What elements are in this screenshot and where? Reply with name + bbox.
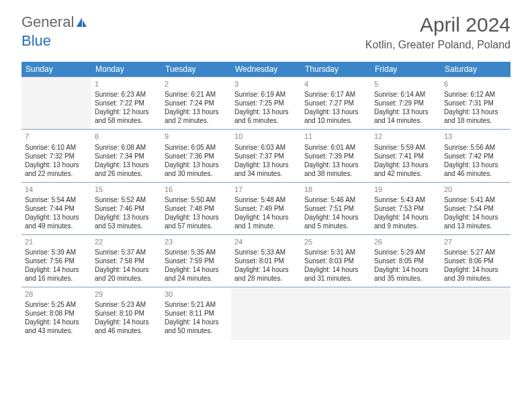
daylight-text: Daylight: 13 hours (304, 107, 367, 116)
day-number: 20 (444, 185, 507, 194)
sunset-text: Sunset: 7:36 PM (165, 152, 228, 161)
daylight-text: Daylight: 13 hours (234, 107, 298, 116)
daylight-text: Daylight: 14 hours (374, 213, 437, 222)
day-cell: 13Sunrise: 5:56 AMSunset: 7:42 PMDayligh… (441, 130, 511, 182)
day-number: 11 (304, 132, 367, 141)
sunset-text: Sunset: 7:31 PM (444, 99, 507, 107)
day-cell: 6Sunrise: 6:12 AMSunset: 7:31 PMDaylight… (441, 77, 511, 130)
sunset-text: Sunset: 8:11 PM (165, 309, 228, 318)
daylight-text: Daylight: 13 hours (444, 161, 507, 169)
day-number: 28 (25, 289, 88, 299)
day-number: 17 (234, 185, 298, 194)
sunset-text: Sunset: 7:59 PM (165, 257, 228, 265)
sunset-text: Sunset: 7:53 PM (374, 204, 437, 213)
daylight-text: Daylight: 14 hours (444, 213, 507, 222)
day-cell: 27Sunrise: 5:27 AMSunset: 8:06 PMDayligh… (441, 234, 511, 287)
day-number: 26 (374, 237, 437, 246)
sunset-text: Sunset: 8:01 PM (234, 257, 298, 265)
day-number: 15 (95, 185, 158, 194)
day-number: 10 (234, 132, 298, 141)
sunset-text: Sunset: 8:03 PM (304, 257, 367, 265)
sunrise-text: Sunrise: 5:23 AM (95, 300, 158, 309)
header-wednesday: Wednesday (231, 62, 301, 77)
day-cell: 21Sunrise: 5:39 AMSunset: 7:56 PMDayligh… (21, 234, 91, 287)
day-cell: 12Sunrise: 5:59 AMSunset: 7:41 PMDayligh… (371, 130, 441, 182)
day-header-row: Sunday Monday Tuesday Wednesday Thursday… (21, 62, 511, 77)
day-number: 27 (444, 237, 507, 246)
daylight-text: and 5 minutes. (304, 222, 367, 230)
sunset-text: Sunset: 7:49 PM (234, 204, 298, 213)
daylight-text: and 53 minutes. (95, 222, 158, 230)
day-cell: 30Sunrise: 5:21 AMSunset: 8:11 PMDayligh… (161, 287, 231, 340)
daylight-text: and 13 minutes. (444, 222, 507, 230)
daylight-text: and 46 minutes. (95, 326, 158, 335)
sunset-text: Sunset: 8:10 PM (95, 309, 158, 318)
day-number: 21 (25, 237, 88, 246)
daylight-text: Daylight: 14 hours (234, 265, 298, 274)
daylight-text: Daylight: 13 hours (25, 161, 88, 169)
day-cell: 20Sunrise: 5:41 AMSunset: 7:54 PMDayligh… (441, 182, 511, 234)
daylight-text: and 46 minutes. (444, 169, 507, 178)
daylight-text: Daylight: 13 hours (304, 161, 367, 169)
week-row: 21Sunrise: 5:39 AMSunset: 7:56 PMDayligh… (21, 234, 511, 287)
title-block: April 2024 Kotlin, Greater Poland, Polan… (365, 13, 511, 51)
sunset-text: Sunset: 7:56 PM (25, 257, 88, 265)
day-cell: 8Sunrise: 6:08 AMSunset: 7:34 PMDaylight… (91, 130, 161, 182)
day-number: 6 (444, 79, 507, 89)
sunrise-text: Sunrise: 5:39 AM (25, 248, 88, 257)
sunset-text: Sunset: 7:29 PM (374, 99, 437, 107)
day-cell: 10Sunrise: 6:03 AMSunset: 7:37 PMDayligh… (231, 130, 301, 182)
daylight-text: Daylight: 13 hours (25, 213, 88, 222)
sunset-text: Sunset: 7:22 PM (95, 99, 158, 107)
daylight-text: Daylight: 14 hours (25, 318, 88, 326)
sunrise-text: Sunrise: 5:50 AM (165, 195, 228, 204)
daylight-text: Daylight: 13 hours (165, 213, 228, 222)
daylight-text: Daylight: 12 hours (95, 107, 158, 116)
day-cell (301, 287, 371, 340)
day-cell: 11Sunrise: 6:01 AMSunset: 7:39 PMDayligh… (301, 130, 371, 182)
sunset-text: Sunset: 7:46 PM (95, 204, 158, 213)
daylight-text: Daylight: 13 hours (444, 107, 507, 116)
sunrise-text: Sunrise: 5:21 AM (165, 300, 228, 309)
day-number: 8 (95, 132, 158, 141)
day-number: 14 (25, 185, 88, 194)
daylight-text: Daylight: 14 hours (165, 318, 228, 326)
day-number: 3 (234, 79, 298, 89)
sunset-text: Sunset: 7:27 PM (304, 99, 367, 107)
sunset-text: Sunset: 7:58 PM (95, 257, 158, 265)
sunrise-text: Sunrise: 5:35 AM (165, 248, 228, 257)
week-row: 28Sunrise: 5:25 AMSunset: 8:08 PMDayligh… (21, 287, 511, 340)
logo-text-general: General (21, 13, 74, 31)
day-cell: 17Sunrise: 5:48 AMSunset: 7:49 PMDayligh… (231, 182, 301, 234)
sunset-text: Sunset: 7:54 PM (444, 204, 507, 213)
day-cell (441, 287, 511, 340)
sunset-text: Sunset: 7:48 PM (165, 204, 228, 213)
day-cell (371, 287, 441, 340)
day-number: 7 (25, 132, 88, 141)
daylight-text: and 30 minutes. (165, 169, 228, 178)
daylight-text: Daylight: 13 hours (374, 107, 437, 116)
week-row: 1Sunrise: 6:23 AMSunset: 7:22 PMDaylight… (21, 77, 511, 130)
sunrise-text: Sunrise: 5:33 AM (234, 248, 298, 257)
sunrise-text: Sunrise: 5:46 AM (304, 195, 367, 204)
day-number: 25 (304, 237, 367, 246)
daylight-text: and 6 minutes. (234, 116, 298, 125)
sunset-text: Sunset: 7:32 PM (25, 152, 88, 161)
sunrise-text: Sunrise: 5:43 AM (374, 195, 437, 204)
header-friday: Friday (371, 62, 441, 77)
daylight-text: and 20 minutes. (95, 274, 158, 283)
daylight-text: Daylight: 14 hours (304, 265, 367, 274)
day-cell: 7Sunrise: 6:10 AMSunset: 7:32 PMDaylight… (21, 130, 91, 182)
sunrise-text: Sunrise: 5:37 AM (95, 248, 158, 257)
daylight-text: and 9 minutes. (374, 222, 437, 230)
week-row: 14Sunrise: 5:54 AMSunset: 7:44 PMDayligh… (21, 182, 511, 234)
day-cell: 28Sunrise: 5:25 AMSunset: 8:08 PMDayligh… (21, 287, 91, 340)
day-number: 30 (165, 289, 228, 299)
sunrise-text: Sunrise: 6:03 AM (234, 143, 298, 152)
daylight-text: and 10 minutes. (304, 116, 367, 125)
daylight-text: Daylight: 14 hours (374, 265, 437, 274)
daylight-text: and 18 minutes. (444, 116, 507, 125)
sunrise-text: Sunrise: 6:05 AM (165, 143, 228, 152)
sunset-text: Sunset: 7:42 PM (444, 152, 507, 161)
daylight-text: and 58 minutes. (95, 116, 158, 125)
